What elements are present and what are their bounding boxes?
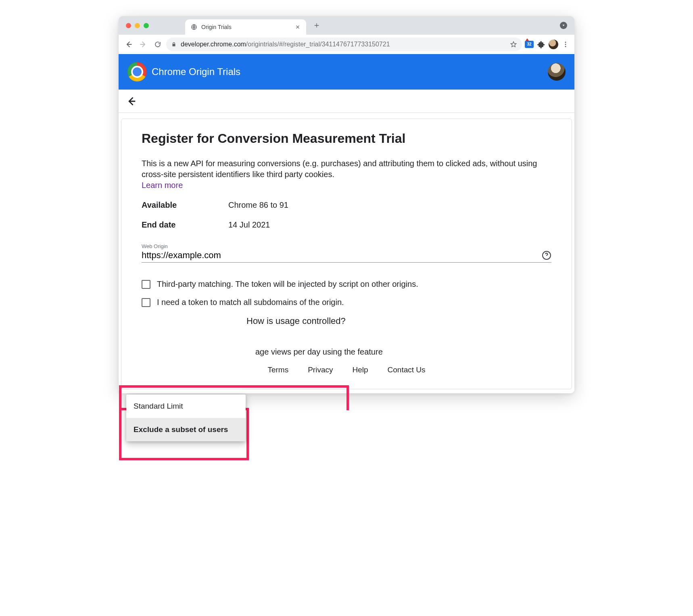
dropdown-option-standard-limit[interactable]: Standard Limit: [126, 395, 246, 418]
nav-back-button[interactable]: [123, 38, 135, 50]
address-bar[interactable]: developer.chrome.com/origintrials/#/regi…: [166, 38, 522, 51]
extensions-puzzle-icon[interactable]: [536, 40, 546, 49]
nav-forward-button: [137, 38, 149, 50]
tab-search-icon[interactable]: [560, 22, 567, 29]
dropdown-option-exclude-subset[interactable]: Exclude a subset of users: [126, 418, 246, 441]
page-title: Register for Conversion Measurement Tria…: [142, 131, 551, 146]
checkbox-icon[interactable]: [142, 298, 150, 307]
third-party-checkbox-row[interactable]: Third-party matching. The token will be …: [142, 280, 551, 289]
browser-toolbar: developer.chrome.com/origintrials/#/regi…: [119, 35, 574, 54]
available-value: Chrome 86 to 91: [228, 200, 288, 210]
footer-terms-link[interactable]: Terms: [267, 365, 288, 374]
chrome-menu-icon[interactable]: [561, 40, 570, 49]
checkbox-icon[interactable]: [142, 280, 150, 289]
window-zoom-icon[interactable]: [144, 23, 149, 28]
svg-point-3: [565, 46, 566, 47]
browser-tab[interactable]: Origin Trials: [185, 19, 306, 35]
subdomains-checkbox-row[interactable]: I need a token to match all subdomains o…: [142, 298, 551, 307]
registration-card: Register for Conversion Measurement Tria…: [121, 119, 572, 389]
learn-more-link[interactable]: Learn more: [142, 181, 183, 190]
page-back-icon[interactable]: [126, 96, 137, 107]
third-party-label: Third-party matching. The token will be …: [157, 280, 418, 289]
extension-badge[interactable]: 32: [524, 40, 534, 49]
svg-point-2: [565, 44, 566, 45]
bookmark-star-icon[interactable]: [510, 41, 517, 48]
end-date-label: End date: [142, 220, 228, 230]
user-avatar[interactable]: [548, 63, 566, 81]
close-tab-icon[interactable]: [295, 24, 301, 30]
browser-window: Origin Trials developer.chrome.com: [119, 16, 574, 393]
app-title: Chrome Origin Trials: [152, 66, 240, 77]
trial-description: This is a new API for measuring conversi…: [142, 158, 551, 180]
profile-avatar-small[interactable]: [549, 40, 558, 49]
url-text: developer.chrome.com/origintrials/#/regi…: [181, 41, 506, 48]
tab-title: Origin Trials: [201, 24, 291, 30]
app-header: Chrome Origin Trials: [119, 54, 574, 90]
traffic-lights: [126, 23, 149, 28]
lock-icon: [171, 42, 177, 47]
end-date-value: 14 Jul 2021: [228, 220, 270, 230]
window-close-icon[interactable]: [126, 23, 131, 28]
svg-point-1: [565, 42, 566, 43]
subdomains-label: I need a token to match all subdomains o…: [157, 298, 344, 307]
available-label: Available: [142, 200, 228, 210]
page-subheader: [119, 90, 574, 113]
web-origin-input[interactable]: [142, 250, 542, 261]
reload-button[interactable]: [152, 38, 164, 50]
card-wrapper: Register for Conversion Measurement Tria…: [119, 113, 574, 389]
web-origin-label: Web Origin: [142, 243, 551, 249]
usage-question: How is usage controlled?: [246, 316, 551, 326]
globe-icon: [191, 24, 197, 30]
new-tab-icon[interactable]: [313, 22, 320, 29]
usage-restrictions-dropdown[interactable]: Standard Limit Exclude a subset of users: [126, 395, 246, 441]
tab-strip: Origin Trials: [119, 16, 574, 35]
window-minimize-icon[interactable]: [135, 23, 140, 28]
footer-contact-link[interactable]: Contact Us: [388, 365, 426, 374]
footer-privacy-link[interactable]: Privacy: [308, 365, 333, 374]
footer-help-link[interactable]: Help: [352, 365, 368, 374]
footer-links: Terms Privacy Help Contact Us: [142, 357, 551, 377]
chrome-logo-icon: [127, 62, 147, 81]
usage-description-suffix: age views per day using the feature: [255, 347, 551, 357]
help-icon[interactable]: [542, 251, 551, 260]
